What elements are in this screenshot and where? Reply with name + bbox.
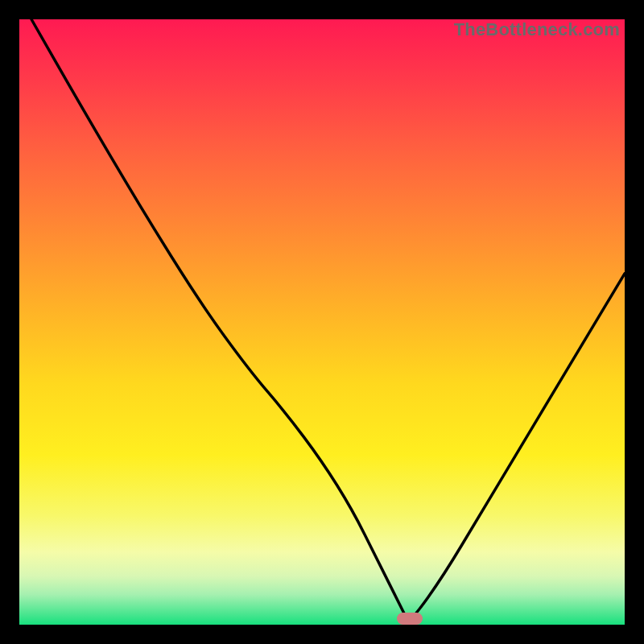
optimum-marker — [397, 613, 423, 625]
curve-path — [31, 19, 625, 618]
watermark-text: TheBottleneck.com — [454, 19, 620, 40]
bottleneck-curve — [19, 19, 625, 625]
chart-frame: TheBottleneck.com — [0, 0, 644, 644]
plot-area: TheBottleneck.com — [19, 19, 625, 625]
